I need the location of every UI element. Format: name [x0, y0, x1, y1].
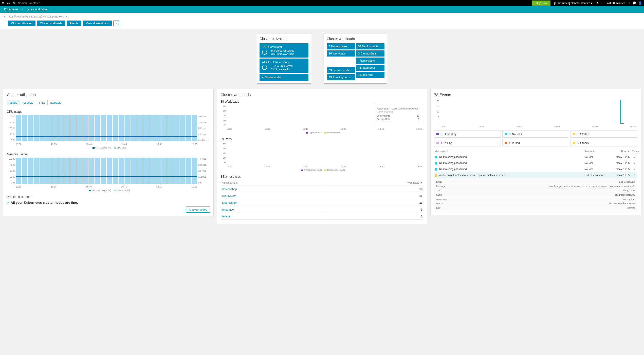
analyze-nodes-button[interactable]: Analyze nodes	[186, 207, 210, 213]
problematic-nodes-title: Problematic nodes	[7, 195, 210, 199]
panel-events: 78 Events 20151050 19:3019:3519:4019:451…	[430, 89, 641, 215]
toggle-available[interactable]: available	[48, 100, 64, 105]
time-range-selector[interactable]: Last 30 minutes	[603, 2, 627, 5]
pods-legend: Deployment pods DaemonSet pods	[220, 169, 424, 171]
table-row[interactable]: dynatrace3	[221, 207, 423, 213]
main-content: Cluster utilization usage requests limit…	[0, 89, 644, 229]
tab-more-dropdown[interactable]: ⌄	[113, 21, 119, 26]
pods-chart[interactable]: 806040200 19:3019:3519:4019:4519:5019:55	[220, 142, 424, 168]
col-time[interactable]: Time ▼	[609, 150, 630, 153]
table-row[interactable]: istio-system11	[221, 193, 423, 199]
mem-chart-title: Memory usage	[7, 153, 210, 156]
tab-cluster-utilization[interactable]: Cluster utilization	[8, 21, 35, 26]
filter-icon[interactable]: ⧩	[596, 1, 598, 5]
panel-title: Cluster workloads	[220, 92, 424, 97]
metric-toggle-group: usage requests limits available	[7, 100, 64, 105]
search-icon[interactable]: 🔍	[13, 2, 16, 5]
events-table-header: Message ⇅ Events ⇅ Time ▼ Details	[434, 149, 637, 154]
breadcrumb-root[interactable]: Kubernetes	[2, 7, 20, 11]
hero-running-tile[interactable]: 59 Running pods	[327, 74, 355, 80]
hero-staticpods-tile[interactable]: - StaticPods	[356, 72, 384, 78]
buy-now-button[interactable]: Buy Now	[532, 1, 550, 6]
gauge-icon	[262, 50, 267, 55]
table-row[interactable]: hipster-shop13	[221, 186, 423, 192]
namespaces-table: Namespace ⇅ Workloads ▼ hipster-shop13is…	[220, 180, 424, 220]
events-legend: 3Unhealthy3NoPods1Started1Pulling1Pulled…	[434, 130, 637, 146]
workloads-chart[interactable]: 403020100 19:3019:3519:4019:4519:5019:55…	[220, 105, 424, 130]
chevron-down-icon[interactable]: ⌄	[632, 168, 637, 171]
hero-desired-tile[interactable]: 59 Desired pods	[327, 67, 355, 73]
cpu-legend: CPU usage (%) CPU total	[7, 146, 210, 149]
mem-chart[interactable]: 100 %75 %50 %25 %0 % 44.7 GB33.5 GB22.4 …	[7, 158, 210, 188]
hero-cluster-workloads: Cluster workloads 8 Namespaces 38 Worklo…	[324, 34, 387, 84]
event-details: Entityaks-cloudnativeMessageunable to ge…	[434, 178, 637, 212]
gauge-icon	[262, 65, 267, 70]
col-namespace[interactable]: Namespace ⇅	[221, 180, 325, 185]
hero-replicasets-tile[interactable]: - ReplicaSets	[356, 58, 384, 64]
menu-icon[interactable]: ≡	[2, 1, 4, 5]
event-row-expanded[interactable]: unable to get metrics for resource cpu: …	[434, 172, 637, 178]
cpu-chart[interactable]: 100 %75 %50 %25 %0 % 16 Cores12 Cores8 C…	[7, 115, 210, 145]
nodes-ok-message: ✓All your Kubernetes cluster nodes are f…	[7, 201, 210, 204]
devices-icon[interactable]: ▭	[7, 1, 10, 5]
chevron-down-icon[interactable]: ⌄	[632, 162, 637, 164]
col-message[interactable]: Message ⇅	[435, 150, 582, 153]
toggle-requests[interactable]: requests	[20, 100, 36, 105]
chat-icon[interactable]: 💬	[632, 1, 636, 5]
legend-chip-pulled[interactable]: 1Pulled	[502, 139, 569, 146]
breadcrumb-current[interactable]: aks-cloudnative	[26, 7, 49, 11]
event-row[interactable]: No matching pods foundNoPodstoday, 19:55…	[434, 166, 637, 172]
workloads-chart-title: 38 Workloads	[220, 100, 424, 103]
toggle-usage[interactable]: usage	[7, 100, 20, 105]
globe-icon: ⚙	[4, 15, 6, 18]
hero-nodes-tile[interactable]: 4 Cluster nodes	[260, 74, 308, 81]
panel-title: Cluster utilization	[7, 92, 210, 97]
event-row[interactable]: No matching pods foundNoPodstoday, 19:55…	[434, 160, 637, 166]
header-tabs: Cluster utilization Cluster workloads Ev…	[8, 21, 640, 26]
pods-chart-title: 59 Pods	[220, 137, 424, 141]
hero-util-title: Cluster utilization	[260, 37, 308, 41]
panel-cluster-workloads: Cluster workloads 38 Workloads 403020100…	[217, 89, 427, 224]
event-row[interactable]: No matching pods foundNoPodstoday, 19:55…	[434, 154, 637, 160]
toggle-limits[interactable]: limits	[36, 100, 48, 105]
prev-time-icon[interactable]: ‹	[600, 1, 601, 5]
hero-section: Cluster utilization 13.5 Cores total ▪ 9…	[0, 29, 644, 89]
table-row[interactable]: default1	[221, 213, 423, 220]
table-row[interactable]: kube-system10	[221, 200, 423, 206]
col-events[interactable]: Events ⇅	[584, 150, 607, 153]
hero-statefulsets-tile[interactable]: - StatefulSets	[356, 65, 384, 71]
hero-cluster-utilization: Cluster utilization 13.5 Cores total ▪ 9…	[257, 34, 311, 84]
legend-chip-started[interactable]: 1Started	[571, 130, 637, 138]
cluster-selector[interactable]: [Kubernetes] aks-cloudnative ▾	[553, 1, 594, 5]
workloads-tooltip: Today, 19:57 - 19:58Workloads (Average) …	[374, 105, 422, 122]
search-input[interactable]: Search Dynatrace, ...	[18, 2, 44, 5]
hero-workloads-tile[interactable]: 38 Workloads	[327, 50, 355, 57]
cpu-chart-title: CPU usage	[7, 110, 210, 114]
legend-chip-others[interactable]: 3Others	[571, 139, 637, 146]
hero-daemonsets-tile[interactable]: 3 DaemonSets	[356, 50, 384, 57]
events-chart[interactable]: 20151050 19:3019:3519:4019:4519:5019:55	[434, 100, 637, 128]
next-time-icon[interactable]: ›	[629, 1, 630, 5]
user-icon[interactable]: 👤	[638, 1, 642, 5]
panel-cluster-utilization: Cluster utilization usage requests limit…	[3, 89, 214, 216]
chevron-up-icon[interactable]: ⌃	[632, 174, 637, 177]
col-workloads[interactable]: Workloads ▼	[326, 180, 423, 185]
hero-namespaces-tile[interactable]: 8 Namespaces	[327, 43, 355, 49]
event-color-swatch	[435, 174, 437, 177]
workloads-legend: Deployments DaemonSets	[220, 131, 424, 134]
tab-cluster-workloads[interactable]: Cluster workloads	[37, 21, 65, 26]
hero-cores-tile[interactable]: 13.5 Cores total ▪ 9.8 Cores requested ▫…	[260, 43, 308, 58]
panel-title: 78 Events	[434, 92, 637, 97]
hero-work-title: Cluster workloads	[327, 37, 384, 41]
tab-events[interactable]: Events	[67, 21, 81, 26]
namespaces-title: 8 Namespaces	[220, 175, 424, 178]
legend-chip-pulling[interactable]: 1Pulling	[434, 139, 501, 146]
page-url: ⚙ https://cloudnative-dev.eastus2.clouda…	[4, 15, 640, 18]
tab-view-all-workloads[interactable]: View all workloads	[83, 21, 112, 26]
legend-chip-unhealthy[interactable]: 3Unhealthy	[434, 130, 501, 138]
hero-memory-tile[interactable]: 41.4 GB total memory ▪ 19.4 GB requested…	[260, 59, 308, 73]
legend-chip-nopods[interactable]: 3NoPods	[502, 130, 569, 138]
hero-deployments-tile[interactable]: 35 Deployments	[356, 43, 384, 49]
page-header: ⚙ https://cloudnative-dev.eastus2.clouda…	[0, 13, 644, 29]
chevron-down-icon[interactable]: ⌄	[632, 156, 637, 158]
